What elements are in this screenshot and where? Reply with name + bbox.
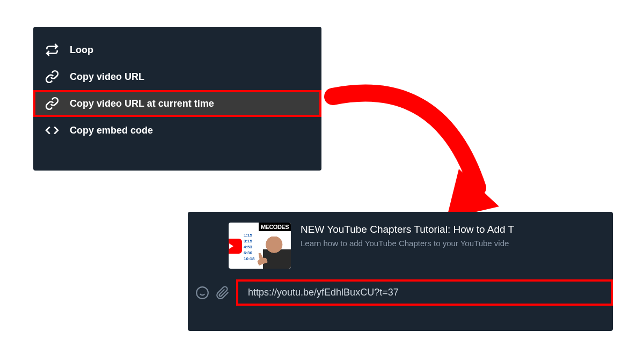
preview-description: Learn how to add YouTube Chapters to you… [301,239,613,248]
attachment-icon[interactable] [216,286,230,300]
menu-item-copy-embed[interactable]: Copy embed code [33,117,321,144]
preview-title: NEW YouTube Chapters Tutorial: How to Ad… [301,224,613,235]
svg-point-0 [196,287,208,299]
menu-item-label: Copy embed code [70,125,153,136]
menu-item-label: Copy video URL at current time [70,98,214,109]
thumbnail-person [263,237,291,269]
link-icon [45,97,59,110]
thumbnail-timestamps: 1:15 3:15 4:53 6:36 10:18 [244,232,254,262]
arrow-icon [322,80,504,231]
menu-item-label: Loop [70,45,93,56]
youtube-logo-icon [229,239,242,254]
loop-icon [45,43,59,57]
menu-item-copy-url[interactable]: Copy video URL [33,63,321,90]
menu-item-copy-url-at-time[interactable]: Copy video URL at current time [33,90,321,117]
video-thumbnail[interactable]: MECODES 1:15 3:15 4:53 6:36 10:18 [229,223,291,269]
thumbnail-header: MECODES [259,223,291,231]
link-icon [45,70,59,84]
preview-text: NEW YouTube Chapters Tutorial: How to Ad… [301,223,613,269]
message-input-text: https://youtu.be/yfEdhlBuxCU?t=37 [248,287,399,298]
code-icon [45,123,59,137]
link-preview: MECODES 1:15 3:15 4:53 6:36 10:18 NEW Yo… [188,212,613,275]
context-menu: Loop Copy video URL Copy video URL at cu… [33,27,321,171]
message-input-row: https://youtu.be/yfEdhlBuxCU?t=37 [188,275,613,306]
chat-panel: MECODES 1:15 3:15 4:53 6:36 10:18 NEW Yo… [188,212,613,331]
menu-item-loop[interactable]: Loop [33,36,321,63]
menu-item-label: Copy video URL [70,71,144,83]
emoji-icon[interactable] [195,286,209,300]
message-input[interactable]: https://youtu.be/yfEdhlBuxCU?t=37 [236,279,613,306]
